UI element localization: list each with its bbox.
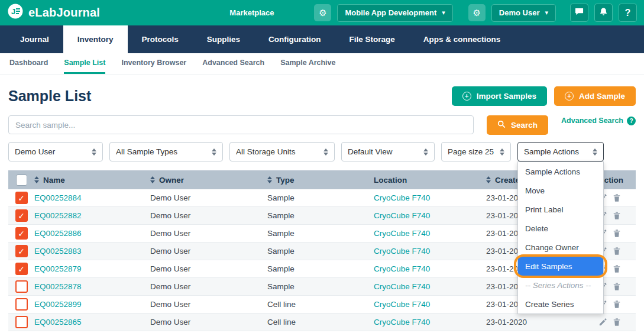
question-icon: ? bbox=[625, 8, 631, 18]
subnav-item[interactable]: Sample Archive bbox=[280, 53, 335, 74]
type-cell: Sample bbox=[267, 229, 374, 238]
sort-icon bbox=[486, 176, 491, 183]
row-checkbox[interactable]: ✓ bbox=[15, 209, 28, 222]
delete-icon[interactable] bbox=[613, 229, 621, 238]
search-button[interactable]: Search bbox=[487, 115, 548, 135]
sort-icon bbox=[150, 176, 155, 183]
user-dropdown-label: Demo User bbox=[499, 8, 540, 17]
subnav-item[interactable]: Dashboard bbox=[9, 53, 48, 74]
location-link[interactable]: CryoCube F740 bbox=[374, 318, 430, 326]
plus-icon: + bbox=[565, 92, 574, 101]
owner-cell: Demo User bbox=[150, 282, 267, 291]
select-arrows-icon bbox=[212, 148, 216, 156]
subnav-item[interactable]: Inventory Browser bbox=[121, 53, 186, 74]
top-bar: J eLabJournal Marketplace ⚙ Mobile App D… bbox=[0, 0, 644, 25]
delete-icon[interactable] bbox=[613, 300, 621, 309]
delete-icon[interactable] bbox=[613, 247, 621, 256]
nav-item[interactable]: Apps & connections bbox=[409, 25, 515, 53]
view-filter-select[interactable]: Default View bbox=[341, 142, 435, 161]
row-checkbox[interactable]: ✓ bbox=[15, 298, 28, 311]
delete-icon[interactable] bbox=[613, 193, 621, 202]
nav-item[interactable]: File Storage bbox=[335, 25, 409, 53]
nav-item[interactable]: Protocols bbox=[128, 25, 193, 53]
sample-id-link[interactable]: EQ00252879 bbox=[34, 264, 82, 273]
sample-id-link[interactable]: EQ00252883 bbox=[34, 247, 82, 256]
user-gear-icon[interactable]: ⚙ bbox=[468, 4, 486, 21]
owner-cell: Demo User bbox=[150, 264, 267, 273]
row-checkbox[interactable]: ✓ bbox=[15, 192, 28, 204]
menu-item[interactable]: Sample Actions bbox=[518, 162, 603, 181]
owner-cell: Demo User bbox=[150, 193, 267, 202]
delete-icon[interactable] bbox=[613, 282, 621, 291]
row-checkbox[interactable]: ✓ bbox=[15, 316, 28, 328]
page-size-select[interactable]: Page size 25 bbox=[441, 142, 511, 161]
subnav-item[interactable]: Sample List bbox=[64, 53, 105, 74]
delete-icon[interactable] bbox=[613, 264, 621, 273]
user-dropdown[interactable]: Demo User ▾ bbox=[491, 4, 556, 22]
location-link[interactable]: CryoCube F740 bbox=[374, 193, 430, 202]
location-link[interactable]: CryoCube F740 bbox=[374, 282, 430, 291]
help-question-icon[interactable]: ? bbox=[627, 117, 636, 125]
type-cell: Cell line bbox=[267, 318, 374, 326]
subnav-item[interactable]: Advanced Search bbox=[202, 53, 264, 74]
nav-item[interactable]: Journal bbox=[6, 25, 63, 53]
sample-id-link[interactable]: EQ00252865 bbox=[34, 318, 82, 326]
select-arrows-icon bbox=[423, 148, 428, 156]
delete-icon[interactable] bbox=[613, 211, 621, 220]
menu-item[interactable]: Delete bbox=[518, 219, 603, 238]
location-link[interactable]: CryoCube F740 bbox=[374, 229, 430, 238]
row-checkbox[interactable]: ✓ bbox=[15, 245, 28, 257]
app-logo[interactable]: J eLabJournal bbox=[7, 3, 100, 22]
marketplace-link[interactable]: Marketplace bbox=[229, 8, 274, 17]
filter-row: Demo User All Sample Types All Storage U… bbox=[8, 142, 636, 161]
location-link[interactable]: CryoCube F740 bbox=[374, 211, 430, 220]
row-checkbox[interactable]: ✓ bbox=[15, 227, 28, 240]
nav-item[interactable]: Configuration bbox=[254, 25, 335, 53]
menu-item[interactable]: Print Label bbox=[518, 200, 603, 219]
location-link[interactable]: CryoCube F740 bbox=[374, 247, 430, 256]
column-header-name[interactable]: Name bbox=[34, 176, 150, 185]
sample-id-link[interactable]: EQ00252882 bbox=[34, 211, 82, 220]
sample-actions-menu: Sample Actions Move Print Label Delete C… bbox=[517, 161, 604, 314]
location-link[interactable]: CryoCube F740 bbox=[374, 264, 430, 273]
storage-unit-filter-select[interactable]: All Storage Units bbox=[229, 142, 335, 161]
menu-item[interactable]: Edit Samples bbox=[518, 257, 603, 276]
menu-item[interactable]: Change Owner bbox=[518, 238, 603, 257]
search-input[interactable] bbox=[8, 115, 474, 134]
owner-cell: Demo User bbox=[150, 318, 267, 326]
sort-icon bbox=[34, 176, 39, 183]
workspace-dropdown[interactable]: Mobile App Development ▾ bbox=[337, 4, 452, 22]
add-sample-button[interactable]: + Add Sample bbox=[554, 86, 636, 106]
menu-item[interactable]: -- Series Actions -- bbox=[518, 276, 603, 295]
advanced-search-link[interactable]: Advanced Search bbox=[561, 117, 623, 125]
svg-text:J: J bbox=[11, 7, 15, 16]
menu-item[interactable]: Create Series bbox=[518, 295, 603, 313]
location-link[interactable]: CryoCube F740 bbox=[374, 300, 430, 309]
column-header-owner[interactable]: Owner bbox=[150, 176, 267, 185]
comment-icon bbox=[575, 7, 584, 18]
notifications-button[interactable] bbox=[594, 4, 613, 22]
delete-icon[interactable] bbox=[613, 318, 621, 326]
column-header-type[interactable]: Type bbox=[267, 176, 374, 185]
sample-id-link[interactable]: EQ00252886 bbox=[34, 229, 82, 238]
nav-item[interactable]: Supplies bbox=[193, 25, 254, 53]
sample-actions-select[interactable]: Sample Actions bbox=[517, 142, 604, 161]
plus-icon: + bbox=[462, 92, 471, 101]
owner-filter-select[interactable]: Demo User bbox=[8, 142, 103, 161]
row-checkbox[interactable]: ✓ bbox=[15, 263, 28, 275]
feedback-button[interactable] bbox=[570, 4, 588, 22]
edit-icon[interactable] bbox=[598, 318, 607, 326]
sort-icon bbox=[267, 176, 272, 183]
sample-id-link[interactable]: EQ00252899 bbox=[34, 300, 82, 309]
select-arrows-icon bbox=[92, 148, 96, 156]
sample-type-filter-select[interactable]: All Sample Types bbox=[109, 142, 223, 161]
select-all-checkbox[interactable] bbox=[16, 174, 27, 186]
row-checkbox[interactable]: ✓ bbox=[15, 280, 28, 293]
sample-id-link[interactable]: EQ00252884 bbox=[34, 193, 82, 202]
menu-item[interactable]: Move bbox=[518, 181, 603, 200]
import-samples-button[interactable]: + Import Samples bbox=[452, 86, 547, 106]
sample-id-link[interactable]: EQ00252878 bbox=[34, 282, 82, 291]
nav-item[interactable]: Inventory bbox=[63, 25, 128, 53]
workspace-gear-icon[interactable]: ⚙ bbox=[314, 4, 331, 21]
help-button[interactable]: ? bbox=[619, 4, 637, 22]
